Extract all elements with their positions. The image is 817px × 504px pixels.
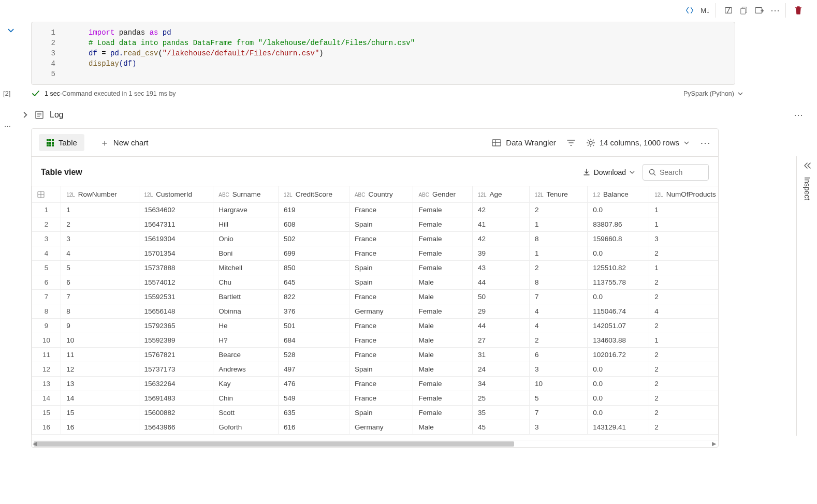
- table-cell: Male: [413, 290, 473, 304]
- inspect-side-panel[interactable]: Inspect: [796, 156, 817, 436]
- table-cell: Bearce: [213, 348, 279, 362]
- table-cell: Goforth: [213, 420, 279, 435]
- tab-table[interactable]: Table: [39, 134, 84, 151]
- table-cell: 45: [472, 420, 529, 435]
- table-cell: 2: [61, 217, 139, 232]
- language-selector[interactable]: PySpark (Python): [683, 90, 734, 97]
- table-index-header[interactable]: [32, 186, 61, 203]
- table-column-header[interactable]: 12LNumOfProducts: [649, 186, 718, 203]
- table-column-header[interactable]: 1.2Balance: [588, 186, 649, 203]
- svg-rect-5: [47, 139, 49, 141]
- scrollbar-thumb[interactable]: [34, 441, 514, 447]
- filter-button[interactable]: [566, 138, 576, 147]
- table-row[interactable]: 2215647311Hill608SpainFemale41183807.861…: [32, 217, 719, 232]
- log-more-icon[interactable]: ⋯: [794, 109, 804, 121]
- svg-rect-2: [741, 8, 746, 14]
- more-actions-icon[interactable]: ⋯: [768, 3, 782, 18]
- output-more-icon[interactable]: ⋯: [700, 137, 711, 149]
- table-cell: 5: [61, 261, 139, 275]
- table-row[interactable]: 151515600882Scott635SpainFemale3570.021: [32, 406, 719, 420]
- code-content[interactable]: import pandas as pd # Load data into pan…: [32, 27, 735, 79]
- columns-summary-button[interactable]: 14 columns, 1000 rows: [586, 138, 690, 147]
- run-cell-icon[interactable]: [752, 3, 767, 18]
- tab-new-chart[interactable]: ＋ New chart: [93, 132, 156, 153]
- convert-code-icon[interactable]: [682, 3, 697, 18]
- table-row[interactable]: 161615643966Goforth616GermanyMale4531431…: [32, 420, 719, 435]
- table-row[interactable]: 8815656148Obinna376GermanyFemale29411504…: [32, 304, 719, 319]
- table-row[interactable]: 141415691483Chin549FranceFemale2550.020: [32, 391, 719, 406]
- table-row[interactable]: 111115767821Bearce528FranceMale316102016…: [32, 348, 719, 362]
- table-column-header[interactable]: ABCCountry: [349, 186, 413, 203]
- copy-cell-icon[interactable]: [737, 3, 751, 18]
- table-row[interactable]: 7715592531Bartlett822FranceMale5070.021: [32, 290, 719, 304]
- table-row[interactable]: 101015592389H?684FranceMale272134603.881…: [32, 333, 719, 348]
- table-cell: 43: [472, 261, 529, 275]
- download-button[interactable]: Download: [582, 168, 635, 176]
- delete-cell-icon[interactable]: [791, 3, 806, 18]
- table-row[interactable]: 4415701354Boni699FranceFemale3910.020: [32, 246, 719, 261]
- row-index: 11: [32, 348, 61, 362]
- table-view-header: Table view Download: [32, 157, 718, 186]
- table-row[interactable]: 6615574012Chu645SpainMale448113755.7821: [32, 275, 719, 290]
- table-cell: 8: [529, 275, 587, 290]
- search-input[interactable]: [660, 168, 701, 176]
- table-cell: 134603.88: [588, 333, 649, 348]
- horizontal-scrollbar[interactable]: ◀ ▶: [32, 440, 718, 447]
- table-cell: 1: [529, 217, 587, 232]
- table-cell: 376: [278, 304, 349, 319]
- table-column-header[interactable]: 12LCreditScore: [278, 186, 349, 203]
- table-column-header[interactable]: 12LAge: [472, 186, 529, 203]
- table-cell: France: [349, 290, 413, 304]
- focus-mode-icon[interactable]: [721, 3, 736, 18]
- table-cell: 42: [472, 203, 529, 217]
- table-cell: 6: [529, 348, 587, 362]
- table-row[interactable]: 121215737173Andrews497SpainMale2430.021: [32, 362, 719, 377]
- row-index: 5: [32, 261, 61, 275]
- data-table: 12LRowNumber12LCustomerIdABCSurname12LCr…: [32, 186, 718, 435]
- table-cell: 15737173: [139, 362, 213, 377]
- data-wrangler-button[interactable]: Data Wrangler: [491, 138, 556, 148]
- svg-rect-12: [49, 144, 51, 146]
- table-column-header[interactable]: ABCSurname: [213, 186, 279, 203]
- table-column-header[interactable]: 12LTenure: [529, 186, 587, 203]
- table-cell: H?: [213, 333, 279, 348]
- table-row[interactable]: 3315619304Onio502FranceFemale428159660.8…: [32, 232, 719, 246]
- table-cell: 44: [472, 275, 529, 290]
- table-cell: 0.0: [588, 246, 649, 261]
- chevron-right-icon[interactable]: [22, 111, 29, 118]
- table-cell: Female: [413, 377, 473, 391]
- table-column-header[interactable]: 12LCustomerId: [139, 186, 213, 203]
- table-row[interactable]: 131315632264Kay476FranceFemale34100.021: [32, 377, 719, 391]
- table-cell: 2: [649, 406, 718, 420]
- table-cell: Female: [413, 217, 473, 232]
- table-cell: He: [213, 319, 279, 333]
- table-cell: 35: [472, 406, 529, 420]
- convert-markdown-button[interactable]: M↓: [698, 3, 712, 18]
- filter-icon: [566, 138, 576, 147]
- table-cell: 0.0: [588, 203, 649, 217]
- row-index: 8: [32, 304, 61, 319]
- collapse-cell-icon[interactable]: [7, 27, 14, 34]
- table-column-header[interactable]: 12LRowNumber: [61, 186, 139, 203]
- double-chevron-left-icon[interactable]: [803, 161, 811, 170]
- svg-rect-14: [492, 140, 501, 146]
- table-cell: 7: [61, 290, 139, 304]
- table-scroll[interactable]: 12LRowNumber12LCustomerIdABCSurname12LCr…: [32, 186, 718, 440]
- table-column-header[interactable]: ABCGender: [413, 186, 473, 203]
- row-index: 12: [32, 362, 61, 377]
- svg-point-16: [650, 170, 654, 174]
- table-row[interactable]: 9915792365He501FranceMale444142051.0720: [32, 319, 719, 333]
- row-index: 9: [32, 319, 61, 333]
- search-box[interactable]: [643, 164, 709, 181]
- table-row[interactable]: 5515737888Mitchell850SpainFemale43212551…: [32, 261, 719, 275]
- code-editor[interactable]: 12345 import pandas as pd # Load data in…: [31, 22, 735, 85]
- table-cell: 31: [472, 348, 529, 362]
- status-message: Command executed in 1 sec 191 ms by: [62, 90, 176, 97]
- table-cell: 15647311: [139, 217, 213, 232]
- table-row[interactable]: 1115634602Hargrave619FranceFemale4220.01…: [32, 203, 719, 217]
- log-section[interactable]: Log ⋯: [22, 110, 817, 120]
- table-cell: Boni: [213, 246, 279, 261]
- chevron-down-icon[interactable]: [737, 91, 743, 97]
- table-cell: Female: [413, 406, 473, 420]
- left-vertical-more-icon[interactable]: ⋯: [4, 122, 10, 130]
